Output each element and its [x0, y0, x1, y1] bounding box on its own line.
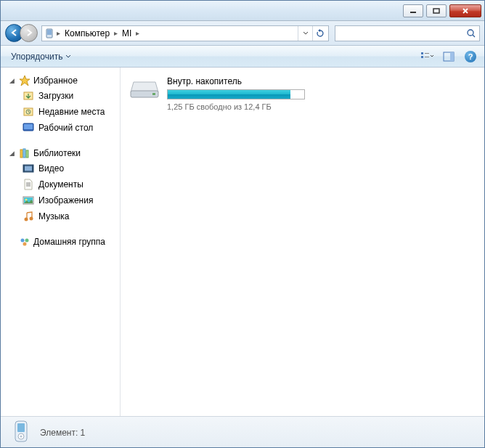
minimize-icon	[409, 8, 417, 14]
desktop-icon	[23, 122, 34, 134]
status-bar: Элемент: 1	[1, 416, 484, 448]
chevron-down-icon	[303, 31, 309, 36]
homegroup-icon	[19, 236, 30, 248]
refresh-icon	[316, 29, 325, 38]
svg-rect-14	[24, 124, 33, 129]
maximize-icon	[433, 8, 440, 14]
help-icon: ?	[465, 51, 476, 62]
sidebar-item-music[interactable]: Музыка	[1, 208, 120, 224]
preview-pane-icon	[443, 52, 455, 62]
device-large-icon	[9, 420, 33, 446]
organize-label: Упорядочить	[11, 52, 62, 62]
close-icon	[462, 8, 469, 14]
sidebar-item-label: Изображения	[38, 195, 93, 205]
file-list-area[interactable]: Внутр. накопитель 1,25 ГБ свободно из 12…	[121, 68, 484, 416]
sidebar-item-pictures[interactable]: Изображения	[1, 192, 120, 208]
svg-rect-16	[23, 149, 25, 158]
window-titlebar	[1, 1, 484, 21]
sidebar-item-label: Музыка	[38, 211, 69, 221]
search-box[interactable]	[335, 25, 480, 41]
arrow-left-icon	[10, 28, 19, 37]
sidebar-item-label: Загрузки	[38, 91, 73, 101]
refresh-button[interactable]	[312, 26, 327, 41]
storage-fill	[168, 90, 290, 99]
preview-pane-button[interactable]	[441, 49, 457, 65]
star-icon	[19, 75, 30, 86]
chevron-right-icon[interactable]: ▸	[134, 29, 141, 37]
svg-point-35	[20, 435, 23, 437]
status-text: Элемент: 1	[40, 428, 85, 438]
favorites-label: Избранное	[33, 76, 78, 86]
chevron-right-icon[interactable]: ▸	[113, 29, 119, 37]
svg-rect-19	[25, 166, 32, 171]
drive-icon	[129, 76, 160, 99]
pictures-icon	[23, 195, 34, 206]
homegroup-header[interactable]: ▸ Домашняя группа	[1, 235, 120, 249]
maximize-button[interactable]	[426, 4, 447, 17]
close-button[interactable]	[449, 4, 481, 17]
svg-point-25	[25, 218, 28, 221]
sidebar-item-videos[interactable]: Видео	[1, 160, 120, 176]
help-button[interactable]: ?	[462, 49, 478, 65]
svg-rect-15	[20, 150, 23, 158]
sidebar-item-label: Документы	[38, 179, 83, 190]
search-icon	[466, 28, 476, 38]
address-dropdown-button[interactable]	[298, 26, 312, 41]
sidebar-item-label: Рабочий стол	[38, 123, 93, 133]
collapse-icon: ◢	[9, 77, 16, 84]
video-icon	[23, 163, 34, 174]
sidebar-item-label: Видео	[38, 163, 64, 174]
libraries-group: ◢ Библиотеки Видео Документы Изображения…	[1, 146, 120, 224]
expand-icon: ▸	[9, 238, 16, 245]
svg-point-29	[23, 243, 27, 246]
sidebar-item-documents[interactable]: Документы	[1, 176, 120, 192]
documents-icon	[23, 179, 34, 190]
view-options-button[interactable]	[419, 49, 435, 65]
favorites-header[interactable]: ◢ Избранное	[1, 73, 120, 88]
downloads-icon	[23, 90, 34, 102]
storage-bar	[167, 89, 305, 99]
svg-point-27	[21, 239, 25, 243]
homegroup-label: Домашняя группа	[33, 237, 105, 247]
svg-rect-5	[421, 56, 423, 58]
storage-name: Внутр. накопитель	[167, 76, 312, 86]
homegroup-group: ▸ Домашняя группа	[1, 235, 120, 249]
organize-button[interactable]: Упорядочить	[7, 50, 76, 63]
music-icon	[23, 211, 34, 222]
address-bar[interactable]: ▸ Компьютер ▸ MI ▸	[41, 25, 329, 41]
sidebar-item-label: Недавние места	[38, 107, 105, 117]
svg-point-24	[25, 199, 28, 201]
svg-point-3	[468, 30, 473, 36]
svg-rect-4	[421, 52, 423, 54]
collapse-icon: ◢	[9, 150, 16, 157]
navigation-pane: ◢ Избранное Загрузки Недавние места Рабо…	[1, 68, 121, 416]
toolbar: Упорядочить ?	[1, 46, 484, 68]
sidebar-item-recent[interactable]: Недавние места	[1, 104, 120, 120]
minimize-button[interactable]	[403, 4, 423, 17]
svg-rect-21	[32, 165, 33, 172]
device-icon	[44, 28, 55, 39]
view-icon	[420, 52, 433, 62]
content-area: ◢ Избранное Загрузки Недавние места Рабо…	[1, 68, 484, 416]
libraries-icon	[19, 147, 30, 159]
chevron-right-icon[interactable]: ▸	[55, 29, 62, 37]
svg-rect-7	[425, 57, 429, 57]
sidebar-item-downloads[interactable]: Загрузки	[1, 88, 120, 104]
nav-buttons	[5, 24, 38, 43]
arrow-right-icon	[25, 28, 33, 37]
svg-rect-20	[23, 165, 25, 172]
svg-rect-31	[152, 93, 155, 95]
svg-rect-33	[17, 423, 25, 432]
chevron-down-icon	[65, 54, 71, 59]
sidebar-item-desktop[interactable]: Рабочий стол	[1, 120, 120, 136]
svg-rect-6	[425, 53, 429, 54]
libraries-header[interactable]: ◢ Библиотеки	[1, 146, 120, 160]
storage-info: Внутр. накопитель 1,25 ГБ свободно из 12…	[167, 76, 312, 111]
libraries-label: Библиотеки	[33, 148, 81, 158]
storage-item[interactable]: Внутр. накопитель 1,25 ГБ свободно из 12…	[126, 73, 478, 114]
breadcrumb-mi[interactable]: MI	[119, 28, 134, 38]
storage-free-text: 1,25 ГБ свободно из 12,4 ГБ	[167, 102, 312, 111]
svg-rect-9	[450, 52, 454, 61]
forward-button[interactable]	[20, 24, 38, 42]
breadcrumb-computer[interactable]: Компьютер	[62, 28, 113, 38]
